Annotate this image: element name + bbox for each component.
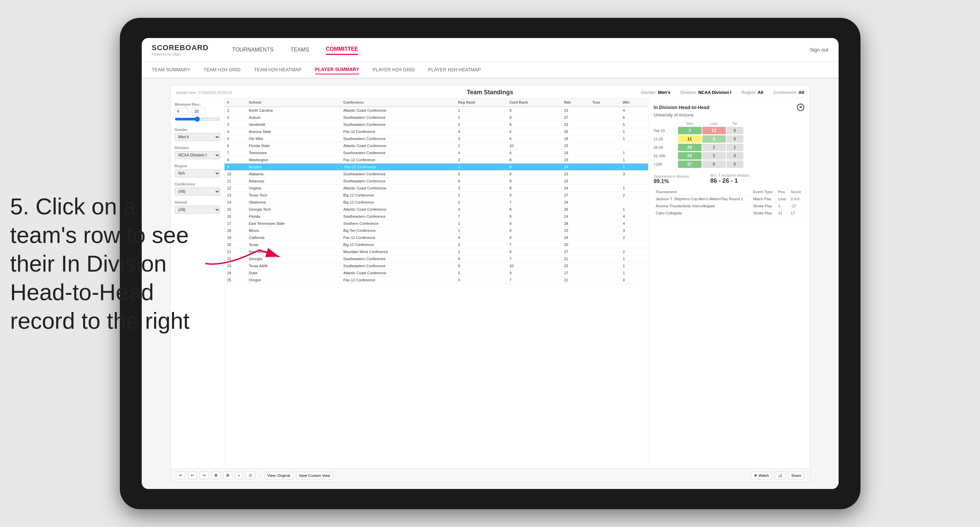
- standings-table: # School Conference Reg Rank Conf Rank R…: [224, 98, 648, 284]
- toolbar-save-custom-view[interactable]: Save Custom View: [296, 472, 333, 479]
- region-select[interactable]: N/A: [175, 169, 220, 177]
- table-area: # School Conference Reg Rank Conf Rank R…: [224, 98, 648, 468]
- tournament-row[interactable]: Arizona Thunderbirds Intercollegiate Str…: [654, 203, 804, 210]
- h2h-team-name: University of Arizona: [654, 113, 804, 117]
- division-select[interactable]: NCAA Division I: [175, 151, 220, 159]
- table-row[interactable]: 8 Washington Pac-12 Conference 2 8 23 1: [224, 157, 648, 163]
- h2h-1125-win: 11: [678, 135, 702, 143]
- h2h-2650-tie: 1: [727, 144, 743, 151]
- tab-team-h2h-heatmap[interactable]: TEAM H2H HEATMAP: [254, 65, 301, 74]
- tournament-col-pos: Pos: [776, 189, 789, 195]
- sub-nav: TEAM SUMMARY TEAM H2H GRID TEAM H2H HEAT…: [142, 62, 838, 78]
- h2h-top10-win: 3: [678, 127, 702, 134]
- table-row[interactable]: 6 Florida State Atlantic Coast Conferenc…: [224, 142, 648, 149]
- table-row[interactable]: 9 Arizona Pac-12 Conference 3 8 24 1: [224, 163, 648, 171]
- h2h-2650-win: 25: [678, 144, 702, 151]
- h2h-2650-loss: 2: [702, 144, 726, 151]
- toolbar-undo[interactable]: ↩: [176, 471, 185, 479]
- standings-filters: Gender: Men's Division: NCAA Division I …: [641, 90, 804, 95]
- app-container: Update time: 27/03/2024 16:56:26 Team St…: [170, 85, 810, 482]
- tournament-table: Tournament Event Type Pos Score Jackson …: [654, 189, 804, 217]
- table-row[interactable]: 24 Duke Atlantic Coast Conference 5 9 27…: [224, 270, 648, 277]
- main-content: Update time: 27/03/2024 16:56:26 Team St…: [142, 78, 838, 489]
- h2h-title: In Division Head-to-Head ✕: [654, 104, 804, 111]
- logo-text: SCOREBOARD: [152, 43, 209, 52]
- table-row[interactable]: 20 Texas Big 12 Conference 3 7 20: [224, 241, 648, 248]
- h2h-over100-win: 27: [678, 160, 702, 168]
- table-row[interactable]: 3 Vanderbilt Southeastern Conference 2 8…: [224, 121, 648, 128]
- instruction-text: 5. Click on a team's row to see their In…: [10, 192, 199, 335]
- bottom-toolbar: ↩ ↩ ↪ ⊞ ⊞ + ◷ | View: Original Save Cust…: [171, 468, 810, 482]
- table-row[interactable]: 10 Alabama Southeastern Conference 5 8 2…: [224, 171, 648, 178]
- sign-out-button[interactable]: Sign out: [810, 47, 828, 52]
- toolbar-add[interactable]: +: [235, 472, 243, 479]
- table-row[interactable]: 18 Illinois Big Ten Conference 1 9 23 3: [224, 227, 648, 234]
- table-row[interactable]: 11 Arkansas Southeastern Conference 6 8 …: [224, 178, 648, 185]
- gender-select[interactable]: Men's: [175, 133, 220, 141]
- rounds-slider[interactable]: [175, 116, 220, 122]
- h2h-over100-loss: 0: [702, 160, 726, 168]
- table-row[interactable]: 14 Oklahoma Big 12 Conference 2 7 24: [224, 199, 648, 206]
- record-value: 86 - 26 - 1: [710, 177, 750, 184]
- h2h-over100-tie: 0: [727, 160, 743, 168]
- h2h-top10-tie: 0: [727, 127, 743, 134]
- toolbar-view-original[interactable]: View: Original: [264, 472, 293, 479]
- toolbar-forward[interactable]: ↪: [200, 471, 209, 479]
- toolbar-chart[interactable]: 📊: [775, 471, 786, 479]
- table-row[interactable]: 17 East Tennessee State Southern Confere…: [224, 220, 648, 227]
- tournament-col-name: Tournament: [654, 189, 751, 195]
- nav-teams[interactable]: TEAMS: [291, 45, 309, 54]
- tab-player-h2h-grid[interactable]: PLAYER H2H GRID: [373, 65, 415, 74]
- toolbar-grid2[interactable]: ⊞: [223, 471, 232, 479]
- tablet-screen: SCOREBOARD Powered by clippi TOURNAMENTS…: [142, 38, 838, 489]
- table-row[interactable]: 25 Oregon Pac-12 Conference 5 7 21 0: [224, 277, 648, 284]
- tablet-frame: SCOREBOARD Powered by clippi TOURNAMENTS…: [120, 18, 861, 509]
- tournament-col-type: Event Type: [751, 189, 776, 195]
- h2h-51100-loss: 3: [702, 152, 726, 160]
- toolbar-back[interactable]: ↩: [188, 471, 197, 479]
- col-tour: Tour: [589, 98, 620, 107]
- nav-tournaments[interactable]: TOURNAMENTS: [232, 45, 274, 54]
- opponents-label: Opponents in division:: [654, 174, 690, 178]
- toolbar-watch[interactable]: 👁 Watch: [751, 472, 772, 479]
- logo-sub: Powered by clippi: [152, 52, 209, 56]
- tab-player-h2h-heatmap[interactable]: PLAYER H2H HEATMAP: [428, 65, 481, 74]
- table-row[interactable]: 16 Florida Southeastern Conference 7 9 2…: [224, 213, 648, 220]
- h2h-1125-tie: 0: [727, 135, 743, 143]
- table-row[interactable]: 22 Georgia Southeastern Conference 8 7 2…: [224, 256, 648, 262]
- h2h-close-button[interactable]: ✕: [797, 104, 804, 111]
- table-row[interactable]: 7 Tennessee Southeastern Conference 4 6 …: [224, 149, 648, 157]
- table-row[interactable]: 1 North Carolina Atlantic Coast Conferen…: [224, 107, 648, 114]
- table-row[interactable]: 23 Texas A&M Southeastern Conference 9 1…: [224, 262, 648, 270]
- table-row[interactable]: 2 Auburn Southeastern Conference 1 9 27 …: [224, 114, 648, 121]
- table-row[interactable]: 15 Georgia Tech Atlantic Coast Conferenc…: [224, 206, 648, 213]
- table-header-row: # School Conference Reg Rank Conf Rank R…: [224, 98, 648, 107]
- col-win: Win: [620, 98, 648, 107]
- tab-player-summary[interactable]: PLAYER SUMMARY: [315, 65, 359, 75]
- h2h-row-51100: 51-100 20 3 0: [654, 152, 804, 160]
- tab-team-summary[interactable]: TEAM SUMMARY: [152, 65, 190, 74]
- h2h-1125-loss: 8: [702, 135, 726, 143]
- table-row[interactable]: 4 Arizona State Pac-12 Conference 4 6 26…: [224, 128, 648, 135]
- table-row[interactable]: 5 Ole Miss Southeastern Conference 3 6 1…: [224, 135, 648, 142]
- col-rds: Rds: [561, 98, 589, 107]
- table-row[interactable]: 12 Virginia Atlantic Coast Conference 3 …: [224, 185, 648, 192]
- table-row[interactable]: 21 New Mexico Mountain West Conference 1…: [224, 248, 648, 256]
- table-row[interactable]: 13 Texas Tech Big 12 Conference 1 9 27 2: [224, 192, 648, 199]
- tournament-row[interactable]: Cabo Collegiate Stroke Play 11 17: [654, 210, 804, 217]
- col-school: School: [246, 98, 341, 107]
- toolbar-clock[interactable]: ◷: [246, 471, 255, 479]
- record-label: W-L-T record in-division:: [710, 173, 750, 177]
- update-time: Update time: 27/03/2024 16:56:26: [176, 90, 232, 95]
- tournament-row[interactable]: Jackson T. Stephens Cup Men's Match-Play…: [654, 195, 804, 203]
- toolbar-grid1[interactable]: ⊞: [212, 471, 221, 479]
- logo-area: SCOREBOARD Powered by clippi: [152, 43, 209, 56]
- max-rounds-input[interactable]: [192, 108, 205, 115]
- table-row[interactable]: 19 California Pac-12 Conference 4 8 24 2: [224, 234, 648, 241]
- standings-title: Team Standings: [467, 89, 514, 96]
- toolbar-share[interactable]: Share: [788, 472, 804, 479]
- nav-committee[interactable]: COMMITTEE: [326, 44, 358, 55]
- min-rounds-input[interactable]: [175, 108, 188, 115]
- tab-team-h2h-grid[interactable]: TEAM H2H GRID: [204, 65, 241, 74]
- col-conf-rank: Conf Rank: [507, 98, 561, 107]
